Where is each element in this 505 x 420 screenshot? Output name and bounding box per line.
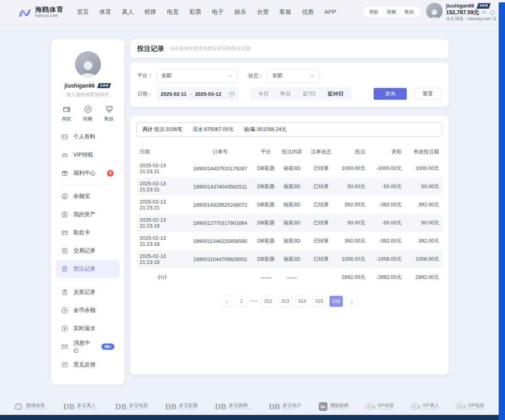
prev-page-button[interactable]: ‹	[221, 296, 232, 307]
brand-domain: haiouty.com	[35, 13, 64, 18]
sidebar-menu: 个人资料 VIP特权 福利中心 9	[51, 128, 124, 374]
sidebar-item-messages[interactable]: 消息中心 99+	[56, 338, 120, 356]
sidebar-item-bet-records[interactable]: 投注记录	[56, 260, 120, 278]
nav-item-home[interactable]: 首页	[77, 8, 89, 16]
summary-bar: 共计 投注:3156笔 流水:875067.00元 输/赢:301058.24元	[137, 122, 442, 136]
withdraw-icon	[105, 105, 114, 114]
seagull-logo-icon	[18, 5, 32, 19]
brand-logo[interactable]: 海鸥体育 haiouty.com	[18, 5, 64, 19]
avatar-placeholder-icon	[77, 59, 99, 77]
sidebar-item-welfare[interactable]: 福利中心 9	[56, 164, 120, 182]
dp-logo: Dp	[411, 403, 421, 410]
status-filter-label: 状态：	[248, 72, 267, 79]
page-header-card: 投注记录 当前系统支持查询最近30日的投注记录	[130, 39, 449, 58]
nav-item-boardgames[interactable]: 棋牌	[144, 8, 156, 16]
search-button[interactable]: 查询	[374, 88, 407, 100]
deposit-button[interactable]: 存款	[365, 9, 383, 15]
table-row: 2025-02-13 21:23:18 1890011346225856585 …	[137, 232, 442, 250]
col-valid-bet: 有效投注额	[405, 148, 442, 155]
sidebar-item-label: 个人资料	[73, 133, 95, 140]
welfare-badge: 9	[107, 170, 114, 177]
nav-item-esports[interactable]: 电竞	[167, 8, 179, 16]
table-row: 2025-02-13 21:23:19 1890012770317901864 …	[137, 214, 442, 232]
range-today-button[interactable]: 今日	[252, 90, 275, 97]
nav-item-promo[interactable]: 优惠	[302, 8, 314, 16]
nav-item-entertainment[interactable]: 娱乐	[234, 8, 246, 16]
brand-dp-esports: Dp DP电竞 DP ESPORTS	[456, 403, 485, 411]
sidebar-item-coin-balance[interactable]: 金币余额	[56, 301, 120, 319]
nav-item-live[interactable]: 真人	[122, 8, 134, 16]
avatar[interactable]	[426, 3, 443, 19]
nav-item-app[interactable]: APP	[324, 8, 336, 16]
page-button-314[interactable]: 314	[296, 296, 309, 307]
notification-dot	[439, 3, 442, 6]
transfer-button[interactable]: 转账	[383, 9, 400, 15]
eye-icon[interactable]	[481, 9, 487, 15]
range-yesterday-button[interactable]: 昨日	[275, 90, 297, 97]
sidebar-item-redeem[interactable]: 兑奖记录	[56, 283, 120, 301]
table-body: 2025-02-13 21:23:21 1890014437520179287 …	[137, 159, 442, 268]
footer-brands: 熊猫体育 PANDA SPORTS DB 多宝真人 DB LIVE CASINO…	[13, 398, 485, 415]
page-button-313[interactable]: 313	[279, 296, 292, 307]
summary-winloss: 输/赢:301058.24元	[244, 126, 286, 133]
sidebar-item-label: 我的资产	[73, 211, 95, 218]
records-card: 共计 投注:3156笔 流水:875067.00元 输/赢:301058.24元…	[130, 116, 449, 374]
col-content: 投注内容	[278, 148, 306, 155]
reset-button[interactable]: 重置	[414, 88, 441, 100]
nav-item-support[interactable]: 客服	[279, 8, 291, 16]
date-range-input[interactable]: 2025-02-11 ~ 2025-03-12	[156, 87, 239, 101]
sidebar-item-withdraw-card[interactable]: 取款卡	[56, 224, 120, 242]
table-row: 2025-02-13 21:23:21 1890014374043582511 …	[137, 177, 442, 196]
sidebar-item-transactions[interactable]: 交易记录	[56, 242, 120, 260]
page-button-1[interactable]: 1	[236, 296, 247, 307]
gift-icon	[61, 170, 68, 177]
quick-withdraw-button[interactable]: 取款	[105, 105, 114, 122]
page-button-316-active[interactable]: 316	[329, 296, 343, 307]
topbar: 海鸥体育 haiouty.com 首页 体育 真人 棋牌 电竞 彩票 电子 娱乐…	[0, 0, 505, 24]
sidebar-item-rebate[interactable]: 实时返水	[56, 319, 120, 338]
joined-days-label: 加入海鸥体育第69天	[51, 91, 124, 98]
nav-item-affiliate[interactable]: 合营	[257, 8, 269, 16]
nav-item-lottery[interactable]: 彩票	[189, 8, 201, 16]
avatar-placeholder-icon	[428, 8, 441, 19]
pagination-ellipsis[interactable]: •••	[251, 299, 258, 304]
page-button-315[interactable]: 315	[312, 296, 326, 307]
vip-badge: VIP8	[97, 83, 111, 88]
sidebar-item-assets[interactable]: 我的资产	[56, 205, 120, 224]
sidebar-item-vip[interactable]: VIP特权	[56, 146, 120, 164]
sidebar-item-profile[interactable]: 个人资料	[56, 128, 120, 146]
status-select[interactable]: 全部	[267, 69, 320, 82]
transfer-icon	[84, 105, 92, 114]
subtotal-row: 小计 —— —— 2892.00元 -2892.00元 2892.00元	[137, 268, 442, 286]
sidebar-item-label: 投注记录	[73, 265, 95, 273]
sidebar-item-feedback[interactable]: 意见反馈	[56, 356, 120, 374]
page-button-312[interactable]: 312	[262, 296, 275, 307]
nav-item-sports[interactable]: 体育	[99, 8, 111, 16]
search-icon[interactable]	[492, 16, 497, 21]
range-30days-button[interactable]: 近30日	[322, 90, 349, 97]
profile-avatar[interactable]	[75, 51, 101, 77]
transaction-icon	[61, 247, 68, 254]
date-separator: ~	[189, 91, 193, 97]
range-7days-button[interactable]: 近7日	[297, 90, 322, 97]
main-content: 投注记录 当前系统支持查询最近30日的投注记录 平台： 全部 状态： 全部 日期…	[130, 39, 449, 374]
redeem-icon	[61, 289, 68, 296]
nav-item-slots[interactable]: 电子	[212, 8, 224, 16]
withdraw-button[interactable]: 取款	[401, 9, 418, 15]
brand-name: 海鸥体育	[35, 6, 64, 14]
brand-boya: bo 博雅棋牌 BOYA GAMES	[319, 402, 349, 411]
sidebar-item-yuebao[interactable]: 余额宝	[56, 187, 120, 205]
chevron-down-icon	[228, 75, 232, 77]
refresh-balance-icon[interactable]	[489, 9, 495, 15]
sidebar-item-label: 实时返水	[73, 325, 95, 332]
quick-transfer-button[interactable]: 转账	[83, 105, 93, 122]
bank-card-icon	[61, 229, 68, 236]
col-date: 日期	[137, 148, 186, 155]
wallet-actions-pill: 存款 转账 取款	[363, 7, 421, 17]
col-payout: 派彩	[368, 148, 405, 155]
platform-select[interactable]: 全部	[156, 69, 237, 82]
db-logo: DB	[63, 402, 75, 412]
next-page-button[interactable]: ›	[346, 296, 357, 307]
quick-deposit-button[interactable]: 存款	[62, 105, 71, 122]
brand-db-slots: DB 多宝电子 DB SLOTS	[269, 402, 301, 412]
